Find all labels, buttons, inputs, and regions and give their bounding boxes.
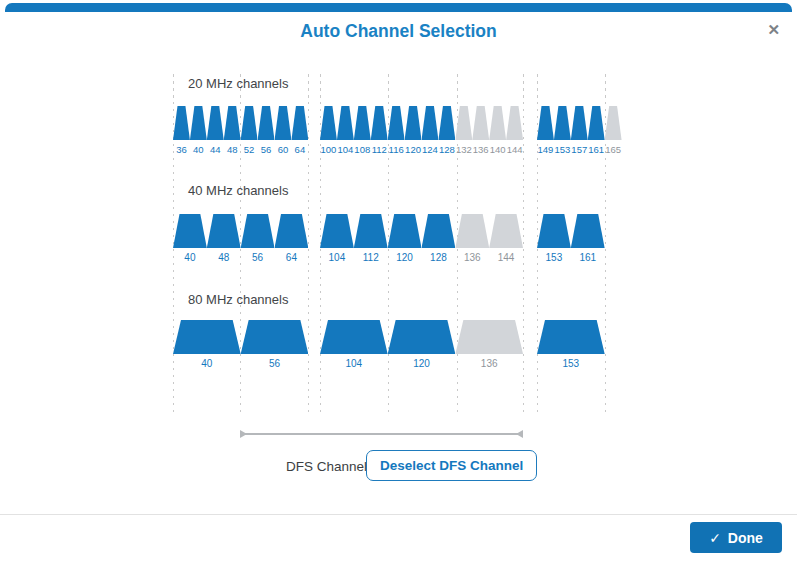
channel-60-20mhz[interactable] [275, 106, 292, 140]
channel-36-20mhz[interactable] [173, 106, 190, 140]
row-label: 80 MHz channels [188, 292, 288, 307]
channel-number-label: 56 [237, 359, 313, 369]
channel-120-40mhz[interactable] [388, 214, 422, 248]
channel-48-40mhz[interactable] [207, 214, 241, 248]
channel-108-20mhz[interactable] [354, 106, 371, 140]
channel-153-20mhz[interactable] [554, 106, 571, 140]
channel-40-20mhz[interactable] [190, 106, 207, 140]
channel-allocation-chart: 20 MHz channels3640444852566064100104108… [0, 0, 797, 568]
dfs-range-line [240, 433, 523, 435]
channel-136-40mhz[interactable] [455, 214, 489, 248]
channel-number-label: 64 [271, 253, 313, 263]
dfs-range-arrow-left [240, 430, 247, 438]
row-label: 40 MHz channels [188, 183, 288, 198]
channel-100-20mhz[interactable] [320, 106, 337, 140]
channel-104-40mhz[interactable] [320, 214, 354, 248]
dfs-channel-label: DFS Channel [286, 459, 367, 474]
channel-64-40mhz[interactable] [275, 214, 309, 248]
channel-144-40mhz[interactable] [489, 214, 523, 248]
channel-56-40mhz[interactable] [241, 214, 275, 248]
done-button-label: Done [728, 530, 763, 546]
channel-56-80mhz[interactable] [241, 320, 309, 354]
channel-153-40mhz[interactable] [537, 214, 571, 248]
channel-number-label: 104 [316, 359, 392, 369]
channel-136-20mhz[interactable] [472, 106, 489, 140]
channel-149-20mhz[interactable] [537, 106, 554, 140]
channel-157-20mhz[interactable] [571, 106, 588, 140]
channel-161-20mhz[interactable] [588, 106, 605, 140]
channel-number-label: 153 [533, 359, 609, 369]
channel-136-80mhz[interactable] [455, 320, 523, 354]
channel-number-label: 144 [502, 145, 527, 155]
channel-44-20mhz[interactable] [207, 106, 224, 140]
deselect-dfs-channel-button[interactable]: Deselect DFS Channel [366, 450, 537, 481]
channel-104-20mhz[interactable] [337, 106, 354, 140]
channel-153-80mhz[interactable] [537, 320, 605, 354]
channel-144-20mhz[interactable] [506, 106, 523, 140]
channel-140-20mhz[interactable] [489, 106, 506, 140]
channel-112-40mhz[interactable] [354, 214, 388, 248]
channel-120-80mhz[interactable] [388, 320, 456, 354]
channel-128-20mhz[interactable] [438, 106, 455, 140]
channel-64-20mhz[interactable] [291, 106, 308, 140]
channel-40-80mhz[interactable] [173, 320, 241, 354]
footer-divider [0, 514, 797, 515]
auto-channel-selection-dialog: Auto Channel Selection ✕ 20 MHz channels… [0, 0, 797, 568]
channel-number-label: 144 [485, 253, 527, 263]
done-button[interactable]: ✓ Done [690, 522, 782, 553]
channel-number-label: 64 [287, 145, 312, 155]
channel-165-20mhz[interactable] [605, 106, 622, 140]
channel-number-label: 161 [567, 253, 609, 263]
channel-number-label: 165 [601, 145, 626, 155]
channel-128-40mhz[interactable] [422, 214, 456, 248]
channel-number-label: 120 [384, 359, 460, 369]
channel-116-20mhz[interactable] [388, 106, 405, 140]
row-label: 20 MHz channels [188, 76, 288, 91]
channel-56-20mhz[interactable] [258, 106, 275, 140]
channel-161-40mhz[interactable] [571, 214, 605, 248]
channel-48-20mhz[interactable] [224, 106, 241, 140]
channel-40-40mhz[interactable] [173, 214, 207, 248]
channel-number-label: 40 [169, 359, 245, 369]
channel-112-20mhz[interactable] [371, 106, 388, 140]
channel-104-80mhz[interactable] [320, 320, 388, 354]
channel-52-20mhz[interactable] [241, 106, 258, 140]
dfs-range-arrow-right [516, 430, 523, 438]
channel-number-label: 136 [451, 359, 527, 369]
channel-124-20mhz[interactable] [422, 106, 439, 140]
check-icon: ✓ [709, 531, 721, 545]
channel-120-20mhz[interactable] [405, 106, 422, 140]
